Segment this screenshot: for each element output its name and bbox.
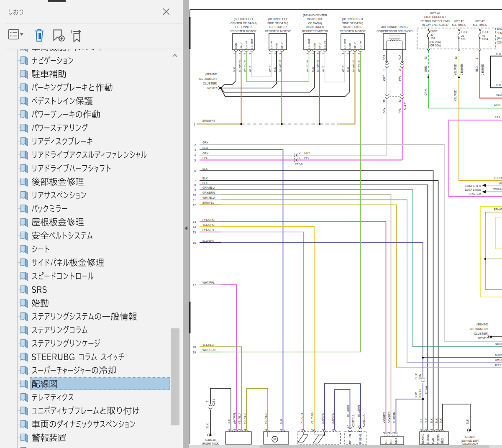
svg-text:1: 1: [264, 429, 267, 430]
svg-text:15: 15: [193, 231, 196, 234]
svg-text:PPL: PPL: [202, 156, 208, 159]
svg-text:BLU/BRN: BLU/BRN: [321, 412, 324, 424]
svg-text:GRY: GRY: [202, 152, 209, 155]
svg-text:2: 2: [321, 429, 324, 430]
svg-text:GRN: GRN: [494, 103, 500, 106]
svg-text:26: 26: [347, 425, 350, 428]
svg-text:IP SENS: IP SENS: [359, 434, 362, 444]
svg-text:GRY/BRN: GRY/BRN: [388, 411, 391, 423]
svg-text:14: 14: [193, 225, 196, 228]
svg-text:BLK: BLK: [273, 67, 276, 72]
svg-text:(OR 20A): (OR 20A): [430, 41, 441, 44]
svg-text:PPL/GRY: PPL/GRY: [300, 412, 303, 424]
svg-text:BLK: BLK: [435, 418, 438, 423]
svg-text:GRY: GRY: [383, 108, 386, 113]
svg-text:C1B801E: C1B801E: [481, 64, 484, 75]
svg-text:REGISTER MOTOR: REGISTER MOTOR: [340, 30, 366, 33]
svg-text:C2MC01A: C2MC01A: [362, 414, 365, 427]
svg-text:7: 7: [194, 179, 196, 182]
svg-text:6: 6: [194, 169, 196, 172]
svg-text:BLK: BLK: [311, 67, 314, 72]
svg-text:BLU/B: BLU/B: [495, 353, 502, 356]
svg-text:(BEHIND: (BEHIND: [476, 323, 488, 326]
svg-text:C12-B: C12-B: [295, 163, 302, 166]
svg-text:WHT: WHT: [322, 66, 325, 72]
svg-text:2: 2: [383, 432, 386, 433]
svg-text:BRN/YEL: BRN/YEL: [202, 201, 214, 204]
svg-text:HOT AT: HOT AT: [454, 20, 464, 23]
svg-text:SIDE OF DASH): SIDE OF DASH): [342, 22, 363, 25]
svg-text:BLU/BRN: BLU/BRN: [347, 405, 350, 417]
svg-text:19: 19: [193, 351, 196, 354]
svg-text:C23-L: C23-L: [212, 398, 215, 406]
svg-text:LIN OUT: LIN OUT: [307, 38, 310, 49]
svg-text:2: 2: [299, 151, 301, 154]
svg-text:LIN IN: LIN IN: [245, 41, 248, 49]
svg-text:32: 32: [454, 56, 457, 59]
svg-text:12: 12: [193, 204, 196, 207]
svg-text:REGISTER MOTOR: REGISTER MOTOR: [302, 30, 328, 33]
svg-text:(BEHIND CENTER: (BEHIND CENTER: [303, 14, 327, 17]
svg-text:3: 3: [388, 432, 391, 433]
svg-text:BLK: BLK: [430, 418, 433, 423]
svg-text:BLU: BLU: [280, 419, 283, 424]
svg-text:1: 1: [311, 53, 314, 54]
svg-text:PPL: PPL: [304, 156, 310, 159]
svg-text:4: 4: [279, 53, 282, 54]
svg-text:ENGIN: ENGIN: [497, 27, 502, 30]
svg-text:VIO/ORG: VIO/ORG: [383, 412, 386, 423]
svg-text:PPL: PPL: [495, 115, 501, 118]
svg-text:NCA: NCA: [383, 54, 386, 60]
svg-text:1: 1: [194, 123, 195, 126]
svg-text:WHT/GRN: WHT/GRN: [202, 348, 215, 351]
svg-text:GND: GND: [234, 43, 237, 49]
svg-text:1: 1: [346, 53, 349, 54]
svg-text:YEL/RED: YEL/RED: [494, 177, 502, 179]
svg-text:GRN: GRN: [424, 90, 427, 95]
svg-text:GRY: GRY: [304, 151, 310, 154]
svg-text:LIN OUT: LIN OUT: [343, 38, 346, 49]
svg-text:GRN: GRN: [424, 66, 427, 72]
svg-text:FUSE: FUSE: [430, 30, 438, 33]
svg-text:63: 63: [424, 56, 427, 59]
svg-text:BLK: BLK: [425, 418, 428, 423]
svg-text:17: 17: [193, 284, 196, 287]
svg-text:CLUSTER): CLUSTER): [474, 332, 488, 335]
svg-text:BLK: BLK: [420, 418, 423, 423]
svg-text:38: 38: [383, 99, 386, 102]
svg-text:2: 2: [233, 429, 236, 430]
svg-text:BLK: BLK: [228, 419, 231, 424]
svg-text:INSTRUMENT: INSTRUMENT: [198, 77, 217, 80]
svg-text:2: 2: [398, 69, 401, 71]
svg-text:10: 10: [193, 194, 196, 197]
svg-text:BLU/BRN: BLU/BRN: [331, 412, 334, 424]
svg-text:4: 4: [243, 429, 246, 430]
svg-text:GND: GND: [441, 438, 444, 444]
svg-text:LIN IN: LIN IN: [270, 41, 273, 49]
svg-text:4: 4: [352, 53, 355, 54]
svg-text:CENTER OF DASH): CENTER OF DASH): [231, 22, 256, 25]
svg-text:YEL/RED: YEL/RED: [454, 64, 457, 75]
svg-text:LEFT INNER: LEFT INNER: [235, 26, 252, 28]
svg-text:WHT/GRN: WHT/GRN: [357, 59, 360, 72]
svg-text:1: 1: [299, 156, 301, 159]
svg-text:PPL/GRY: PPL/GRY: [202, 228, 215, 231]
svg-text:ALL TIMES: ALL TIMES: [473, 23, 487, 26]
svg-text:YEL/BLU: YEL/BLU: [243, 413, 246, 424]
svg-text:10a: 10a: [461, 38, 466, 41]
svg-text:WHT/B: WHT/B: [495, 358, 502, 361]
svg-text:WHT/OR: WHT/OR: [493, 187, 502, 190]
svg-text:YEL/BLU: YEL/BLU: [264, 413, 267, 424]
svg-text:WHT/PPL: WHT/PPL: [202, 281, 215, 284]
svg-text:X SENS: X SENS: [437, 434, 440, 444]
svg-text:(RIGHT KICK: (RIGHT KICK: [202, 442, 219, 445]
svg-text:PPL: PPL: [398, 108, 401, 113]
svg-text:BLK: BLK: [466, 419, 469, 424]
svg-text:(OR 30A): (OR 30A): [430, 44, 441, 47]
svg-text:JUNCT: JUNCT: [497, 32, 502, 35]
svg-text:NCA: NCA: [398, 54, 401, 60]
svg-text:2: 2: [425, 429, 428, 430]
svg-text:BLK: BLK: [206, 423, 209, 428]
svg-text:BRN/WHT: BRN/WHT: [316, 60, 319, 72]
svg-text:M: M: [273, 437, 276, 441]
